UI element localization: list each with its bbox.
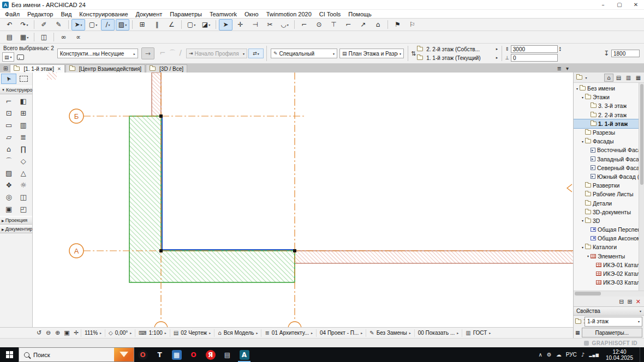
archicad-taskbar-icon[interactable]: A — [236, 347, 253, 362]
tab-2[interactable]: [Центр Взаимодействия] — [65, 64, 145, 73]
tab-3[interactable]: [3D / Все] — [146, 64, 187, 73]
language-indicator[interactable]: РУС — [566, 352, 577, 358]
split-icon[interactable]: ✂ — [263, 19, 277, 31]
end-tool[interactable]: ◰ — [16, 203, 31, 215]
tree-item[interactable]: ИКЭ-02 Каталог Е — [574, 269, 644, 278]
object-tool[interactable]: ❖ — [2, 179, 16, 191]
door-tool[interactable]: ◧ — [16, 95, 31, 107]
marquee-tool-icon[interactable]: ▢▾ — [86, 19, 100, 31]
scrollbar-thumb[interactable] — [575, 292, 601, 295]
view-map-button[interactable]: ▤ — [614, 74, 623, 82]
opening-tool[interactable]: ◎ — [2, 191, 16, 203]
maximize-button[interactable]: ▢ — [611, 0, 628, 9]
flag-filled-icon[interactable]: ⚑ — [391, 19, 404, 31]
zoom-out-icon[interactable]: ⊖ — [44, 329, 53, 336]
menu-item-Teamwork[interactable]: Teamwork — [206, 11, 241, 17]
tree-item[interactable]: ИКЭ-03 Каталог Д — [574, 278, 644, 287]
menu-item-CI Tools[interactable]: CI Tools — [315, 11, 345, 17]
pen-override[interactable]: ✎Без Замены▸ — [366, 329, 414, 337]
selection-handles[interactable] — [159, 114, 296, 252]
tree-item[interactable]: 3D-документы — [574, 208, 644, 216]
apply-arrow-button[interactable]: → — [141, 47, 154, 59]
fill-tool-icon[interactable]: ▨▾ — [116, 19, 129, 31]
slab-tool[interactable]: ▱ — [2, 131, 16, 143]
wall-height-input[interactable]: 3000 — [511, 45, 558, 53]
tree-item[interactable]: Детали — [574, 198, 644, 207]
menu-item-Twinmotion 2020[interactable]: Twinmotion 2020 — [263, 11, 315, 17]
arrow-up-icon[interactable]: ↗ — [356, 19, 370, 31]
publisher-button[interactable]: ▦ — [634, 74, 643, 82]
wall-fragment[interactable] — [47, 73, 57, 80]
arrow-tool-icon[interactable]: ➤▾ — [71, 19, 85, 31]
navigator-vertical-scrollbar[interactable] — [639, 83, 644, 291]
tree-item[interactable]: ▾Элементы — [574, 252, 644, 261]
comment-bubble-button[interactable] — [16, 53, 26, 62]
quick-options-icon[interactable]: ▦▾ — [17, 32, 31, 43]
home-view-icon[interactable]: ⌂ — [371, 19, 385, 31]
tree-item[interactable]: Общая Аксонометр — [574, 234, 644, 243]
column-tool[interactable]: ⊡ — [2, 107, 16, 119]
project-map-button[interactable]: ⌂ — [604, 74, 613, 82]
elevation-marker[interactable] — [567, 184, 572, 192]
new-viewpoint-icon[interactable]: ⊞ — [628, 298, 633, 305]
tree-item[interactable]: Южный Фасад (Авт — [574, 172, 644, 181]
search-highlight-image[interactable] — [114, 348, 134, 361]
opera-gx-icon[interactable]: O — [134, 347, 151, 362]
menu-item-Конструирование[interactable]: Конструирование — [75, 11, 132, 17]
stretch-icon[interactable]: ✛ — [234, 19, 247, 31]
pan-icon[interactable]: ✛ — [71, 329, 81, 336]
close-navigator-icon[interactable]: ✕ — [636, 298, 641, 305]
tab-overflow-icon[interactable]: ▾ — [566, 65, 569, 71]
wall-segment-right[interactable] — [295, 251, 573, 263]
close-button[interactable]: ✕ — [628, 0, 644, 9]
grid-bubble-1[interactable] — [154, 322, 168, 327]
story-row-upper[interactable]: 2. 2-й этаж (Собств... ▸ — [417, 45, 498, 53]
tree-item[interactable]: Развертки — [574, 181, 644, 190]
opera-icon[interactable]: O — [185, 347, 202, 362]
grid-snap-icon[interactable]: ⊞ — [135, 19, 149, 31]
tree-item[interactable]: ▾3D — [574, 216, 644, 225]
corner-icon[interactable]: ⌐ — [342, 19, 355, 31]
toolbox-section-construct[interactable]: ▼ Конструирование — [0, 86, 32, 94]
lamp-tool[interactable]: ☼ — [16, 179, 31, 191]
pin-palette-icon[interactable]: ⊟ — [619, 298, 624, 305]
yandex-browser-icon[interactable]: Я — [202, 347, 219, 362]
properties-header[interactable]: Свойства ▾ — [574, 306, 644, 316]
tree-item[interactable]: 2. 2-й этаж — [574, 111, 644, 119]
zoom-search-icon[interactable]: ⊙ — [312, 19, 326, 31]
tree-item[interactable]: 1. 1-й этаж — [574, 119, 644, 128]
model-view-combo[interactable]: ▤ План Этажа и Разрез... ▾ — [339, 49, 404, 58]
taskbar-search[interactable]: Поиск — [19, 347, 134, 362]
plan-canvas[interactable]: Б А — [33, 73, 573, 327]
dimension-standard[interactable]: ▥ГОСТ▸ — [462, 329, 494, 337]
story-select-combo[interactable]: 1-й этаж ▾ — [585, 317, 642, 327]
project-chooser-button[interactable]: ▾ — [575, 74, 589, 82]
minimize-button[interactable]: – — [595, 0, 611, 9]
morph-tool[interactable]: ◇ — [16, 155, 31, 167]
pickup-parameters-icon[interactable]: ✐ — [37, 19, 51, 31]
renovation-filter[interactable]: 00 Показать ...▸ — [414, 329, 462, 337]
tab-1[interactable]: [1. 1-й этаж]✕ — [10, 64, 64, 73]
magnet-icon[interactable]: ◡▾ — [278, 19, 291, 31]
menu-item-Файл[interactable]: Файл — [1, 11, 23, 17]
gravity-elevation-input[interactable]: 1800 — [611, 50, 640, 57]
drawing-scale[interactable]: ⌨1:100▸ — [135, 329, 169, 337]
arrow-select-tool[interactable]: ➤ — [1, 74, 16, 84]
snap-guides-icon[interactable]: ∠ — [165, 19, 178, 31]
menu-item-Редактор[interactable]: Редактор — [23, 11, 57, 17]
element-classification-combo[interactable]: Конструкти...ны Несущие ▸ — [57, 49, 138, 58]
t-app-icon[interactable]: T — [151, 347, 168, 362]
layout-book-button[interactable]: ▥ — [624, 74, 633, 82]
quick-options-icon[interactable]: ⊞ — [3, 65, 8, 71]
zone-tool[interactable]: ▨ — [2, 167, 16, 179]
undo-icon[interactable]: ↶ — [3, 19, 16, 31]
selection-handle[interactable] — [159, 114, 163, 118]
tree-item[interactable]: ▾Без имени — [574, 84, 644, 93]
wall-selected-l[interactable] — [129, 116, 295, 282]
navigator-horizontal-scrollbar[interactable] — [574, 291, 644, 297]
infobox-settings-combo[interactable]: ▤ ▾ — [2, 52, 14, 62]
mesh-tool[interactable]: △ — [16, 167, 31, 179]
calculator-icon[interactable]: ▦ — [168, 347, 185, 362]
story-row-current[interactable]: 1. 1-й этаж (Текущий) ▸ — [417, 54, 498, 62]
guide-lines-icon[interactable]: ∥ — [150, 19, 164, 31]
